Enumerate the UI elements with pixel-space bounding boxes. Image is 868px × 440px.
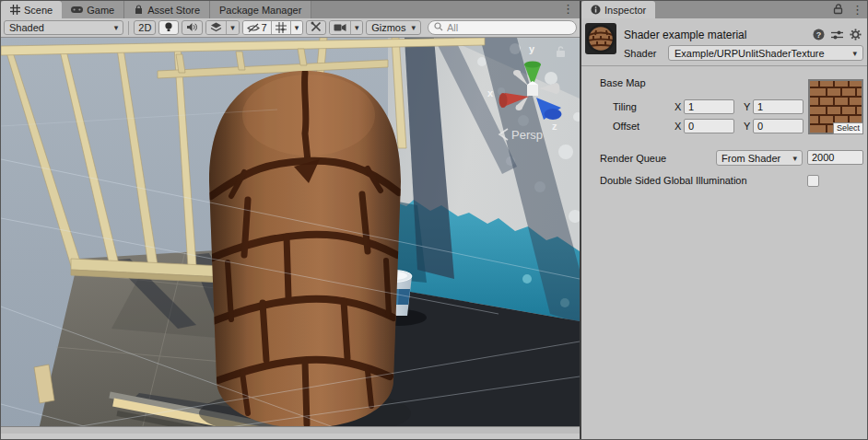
- tiling-y-input[interactable]: [754, 100, 803, 113]
- render-queue-dropdown[interactable]: From Shader ▾: [716, 150, 803, 166]
- scene-viewport[interactable]: y x z Persp: [1, 38, 580, 434]
- toolbar-separator: [128, 21, 129, 35]
- svg-text:?: ?: [816, 30, 822, 40]
- search-input[interactable]: [447, 22, 557, 33]
- unity-editor-window: Scene Game Asset Store Package Manager: [0, 0, 868, 440]
- tools-icon: [311, 21, 322, 34]
- tab-package-manager-label: Package Manager: [219, 5, 301, 16]
- offset-y-input[interactable]: [754, 120, 803, 133]
- presets-icon[interactable]: [831, 29, 843, 42]
- grid-dropdown-icon[interactable]: ▾: [290, 21, 303, 34]
- render-queue-label: Render Queue: [600, 153, 666, 164]
- help-icon[interactable]: ?: [813, 29, 825, 42]
- camera-dropdown-icon: ▾: [350, 21, 363, 34]
- inspector-panel: Inspector ⋮: [581, 1, 867, 439]
- offset-y-label: Y: [744, 121, 750, 132]
- tiling-x-input[interactable]: [685, 100, 733, 113]
- scene-panel-menu-icon[interactable]: ⋮: [562, 2, 574, 16]
- tab-scene-label: Scene: [24, 5, 53, 16]
- lightbulb-icon: [163, 21, 174, 35]
- hidden-count-label: 7: [262, 22, 267, 33]
- gizmos-dropdown[interactable]: Gizmos ▾: [366, 20, 421, 35]
- scene-panel: Scene Game Asset Store Package Manager: [1, 1, 580, 439]
- shading-mode-dropdown[interactable]: Shaded ▾: [4, 20, 123, 35]
- shader-dropdown[interactable]: Example/URPUnlitShaderTexture ▾: [668, 45, 863, 61]
- render-queue-chevron-icon: ▾: [792, 154, 797, 163]
- shader-chevron-icon: ▾: [852, 49, 857, 58]
- gizmo-y-label: y: [529, 43, 535, 54]
- hidden-objects-button[interactable]: 7: [243, 21, 271, 34]
- tab-asset-store-label: Asset Store: [147, 5, 200, 16]
- texture-select-button[interactable]: Select: [833, 122, 863, 134]
- audio-toggle-button[interactable]: [182, 20, 203, 35]
- material-inspector: Shader example material ?: [581, 18, 867, 439]
- material-title: Shader example material: [624, 29, 746, 41]
- shopping-bag-icon: [134, 5, 144, 15]
- tab-inspector-label: Inspector: [604, 5, 646, 16]
- tab-asset-store[interactable]: Asset Store: [124, 1, 210, 18]
- component-tools-button[interactable]: [306, 20, 326, 35]
- tab-game-label: Game: [87, 5, 114, 16]
- offset-x-input[interactable]: [685, 120, 733, 133]
- gizmos-chevron-icon: ▾: [411, 23, 416, 32]
- scene-grid-icon: [10, 5, 20, 15]
- effects-dropdown-icon: ▾: [226, 21, 239, 34]
- viewport-bottom-strip: [1, 426, 580, 434]
- inspector-menu-icon[interactable]: ⋮: [851, 3, 863, 17]
- material-header: Shader example material ?: [581, 18, 867, 64]
- 2d-toggle-button[interactable]: 2D: [134, 20, 156, 35]
- 2d-label: 2D: [138, 22, 151, 33]
- gizmo-z-label: z: [552, 121, 557, 132]
- tab-inspector[interactable]: Inspector: [581, 1, 655, 18]
- offset-x-field: [684, 119, 734, 133]
- gear-icon[interactable]: [850, 29, 862, 42]
- render-queue-value-field: [807, 150, 863, 165]
- tiling-x-field: [684, 99, 734, 114]
- effects-icon: [206, 21, 226, 34]
- unlock-icon[interactable]: [833, 3, 844, 17]
- offset-y-field: [753, 119, 803, 133]
- brick-capsule-object[interactable]: [209, 71, 401, 428]
- header-separator: [581, 65, 867, 66]
- projection-label[interactable]: Persp: [511, 128, 543, 142]
- tab-game[interactable]: Game: [62, 1, 124, 18]
- material-preview-sphere[interactable]: [585, 23, 616, 54]
- render-queue-value-input[interactable]: [808, 151, 862, 164]
- render-queue-mode: From Shader: [721, 153, 780, 164]
- shader-dropdown-value: Example/URPUnlitShaderTexture: [674, 48, 825, 59]
- gamepad-icon: [71, 6, 83, 14]
- shading-mode-label: Shaded: [9, 22, 44, 33]
- camera-split-button[interactable]: ▾: [329, 20, 363, 35]
- double-sided-gi-checkbox[interactable]: [807, 175, 819, 187]
- base-map-texture-thumbnail[interactable]: Select: [808, 79, 863, 134]
- grid-snap-button[interactable]: [271, 21, 290, 34]
- offset-label: Offset: [613, 121, 639, 132]
- tiling-y-field: [753, 99, 803, 114]
- gizmos-label: Gizmos: [371, 22, 405, 33]
- scene-tabbar: Scene Game Asset Store Package Manager: [1, 1, 580, 18]
- camera-icon: [330, 21, 350, 34]
- base-map-label: Base Map: [600, 77, 646, 88]
- effects-split-button[interactable]: ▾: [205, 20, 239, 35]
- scene-search-field[interactable]: [428, 20, 577, 35]
- offset-x-label: X: [674, 121, 681, 132]
- visibility-grid-group: 7 ▾: [242, 20, 303, 35]
- speaker-icon: [186, 22, 198, 34]
- chevron-down-icon: ▾: [114, 23, 119, 32]
- search-icon: [434, 22, 443, 33]
- tiling-y-label: Y: [744, 101, 750, 112]
- lighting-toggle-button[interactable]: [158, 20, 179, 35]
- painted-wall: [388, 38, 580, 323]
- scene-toolbar: Shaded ▾ 2D: [1, 18, 580, 38]
- tiling-x-label: X: [674, 101, 681, 112]
- tab-package-manager[interactable]: Package Manager: [210, 1, 311, 18]
- double-sided-gi-label: Double Sided Global Illumination: [600, 175, 747, 186]
- gizmo-center-cube[interactable]: [527, 85, 538, 96]
- shader-label: Shader: [624, 48, 656, 59]
- tab-scene[interactable]: Scene: [1, 1, 62, 18]
- gizmo-x-label: x: [487, 87, 494, 98]
- info-icon: [591, 5, 601, 15]
- inspector-tabbar: Inspector ⋮: [581, 1, 867, 18]
- tiling-label: Tiling: [613, 101, 637, 112]
